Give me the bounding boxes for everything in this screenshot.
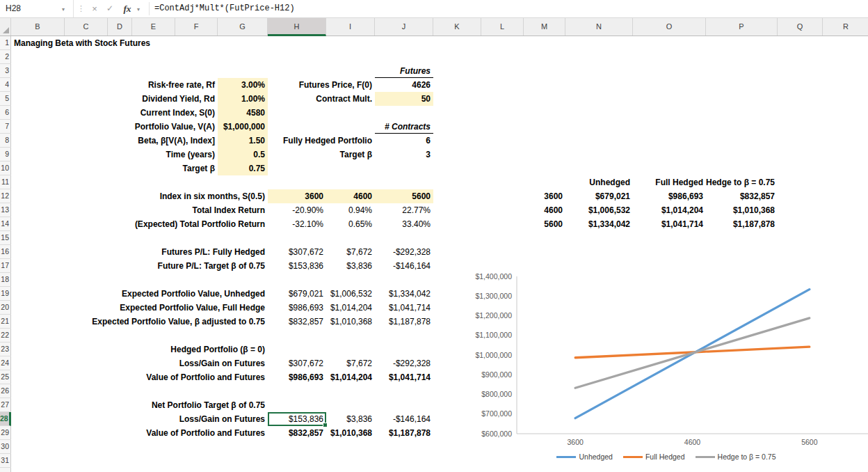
formula-bar-drag-handle-icon[interactable]: ⋮ bbox=[77, 0, 85, 17]
cell-J3[interactable]: Futures bbox=[375, 64, 433, 78]
cell-J21[interactable]: $1,187,878 bbox=[375, 315, 433, 329]
row-header-24[interactable]: 24 bbox=[0, 356, 11, 370]
column-header-P[interactable]: P bbox=[706, 18, 778, 36]
cell-J20[interactable]: $1,041,714 bbox=[375, 301, 433, 315]
column-header-K[interactable]: K bbox=[433, 18, 481, 36]
cell-J9[interactable]: 3 bbox=[375, 148, 433, 162]
cell-P14[interactable]: $1,187,878 bbox=[706, 217, 778, 231]
name-box-dropdown-icon[interactable]: ▾ bbox=[62, 1, 65, 18]
column-header-B[interactable]: B bbox=[11, 18, 65, 36]
row-header-22[interactable]: 22 bbox=[0, 329, 11, 343]
cancel-icon[interactable]: × bbox=[88, 0, 102, 17]
row-header-4[interactable]: 4 bbox=[0, 78, 11, 92]
cell-J17[interactable]: -$146,164 bbox=[375, 259, 433, 273]
cell-G7[interactable]: $1,000,000 bbox=[218, 120, 268, 134]
row-header-21[interactable]: 21 bbox=[0, 315, 11, 329]
cell-G5[interactable]: 1.00% bbox=[218, 92, 268, 106]
cell-B1[interactable]: Managing Beta with Stock Futures bbox=[11, 36, 433, 50]
cell-J14[interactable]: 33.40% bbox=[375, 217, 433, 231]
cell-N13[interactable]: $1,006,532 bbox=[565, 203, 633, 217]
row-header-3[interactable]: 3 bbox=[0, 64, 11, 78]
cell-H9[interactable]: Target β bbox=[268, 148, 375, 162]
cell-O12[interactable]: $986,693 bbox=[633, 189, 706, 203]
cell-H14[interactable]: -32.10% bbox=[268, 217, 326, 231]
cell-H13[interactable]: -20.90% bbox=[268, 203, 326, 217]
function-dropdown-icon[interactable]: ▾ bbox=[137, 1, 140, 18]
cell-J28[interactable]: -$146,164 bbox=[375, 412, 433, 426]
enter-icon[interactable]: ✓ bbox=[103, 0, 117, 17]
cell-B14[interactable]: (Expected) Total Portfolio Return bbox=[11, 217, 268, 231]
cell-I17[interactable]: $3,836 bbox=[326, 259, 375, 273]
cell-P13[interactable]: $1,010,368 bbox=[706, 203, 778, 217]
cell-J13[interactable]: 22.77% bbox=[375, 203, 433, 217]
cell-G8[interactable]: 1.50 bbox=[218, 134, 268, 148]
cell-H29[interactable]: $832,857 bbox=[268, 426, 326, 440]
cell-H4[interactable]: Futures Price, F(0) bbox=[268, 78, 375, 92]
row-header-12[interactable]: 12 bbox=[0, 189, 11, 203]
column-header-C[interactable]: C bbox=[65, 18, 108, 36]
column-header-G[interactable]: G bbox=[218, 18, 268, 36]
cell-G4[interactable]: 3.00% bbox=[218, 78, 268, 92]
row-header-11[interactable]: 11 bbox=[0, 175, 11, 189]
cell-I25[interactable]: $1,014,204 bbox=[326, 370, 375, 384]
row-header-5[interactable]: 5 bbox=[0, 92, 11, 106]
cell-J7[interactable]: # Contracts bbox=[375, 120, 433, 134]
row-header-1[interactable]: 1 bbox=[0, 36, 11, 50]
cell-H20[interactable]: $986,693 bbox=[268, 301, 326, 315]
cell-B29[interactable]: Value of Portfolio and Futures bbox=[11, 426, 268, 440]
column-header-R[interactable]: R bbox=[823, 18, 868, 36]
cell-B16[interactable]: Futures P/L: Fully Hedged bbox=[11, 245, 268, 259]
cell-H21[interactable]: $832,857 bbox=[268, 315, 326, 329]
column-header-M[interactable]: M bbox=[524, 18, 565, 36]
cell-B6[interactable]: Current Index, S(0) bbox=[11, 106, 218, 120]
cell-O13[interactable]: $1,014,204 bbox=[633, 203, 706, 217]
row-header-26[interactable]: 26 bbox=[0, 384, 11, 398]
column-header-L[interactable]: L bbox=[481, 18, 524, 36]
cell-O14[interactable]: $1,041,714 bbox=[633, 217, 706, 231]
row-header-31[interactable]: 31 bbox=[0, 454, 11, 468]
cell-H12[interactable]: 3600 bbox=[268, 189, 326, 203]
cell-H5[interactable]: Contract Mult. bbox=[268, 92, 375, 106]
cell-M12[interactable]: 3600 bbox=[524, 189, 565, 203]
row-header-20[interactable]: 20 bbox=[0, 301, 11, 315]
portfolio-value-chart[interactable]: $600,000$700,000$800,000$900,000$1,000,0… bbox=[465, 267, 868, 472]
cell-G10[interactable]: 0.75 bbox=[218, 162, 268, 175]
cell-B19[interactable]: Expected Portfolio Value, Unhedged bbox=[11, 287, 268, 301]
row-header-28[interactable]: 28 bbox=[0, 412, 11, 426]
name-box[interactable]: H28 ▾ bbox=[0, 0, 74, 17]
column-header-O[interactable]: O bbox=[633, 18, 706, 36]
cell-N14[interactable]: $1,334,042 bbox=[565, 217, 633, 231]
fill-handle[interactable] bbox=[323, 423, 328, 427]
cell-J12[interactable]: 5600 bbox=[375, 189, 433, 203]
cell-B12[interactable]: Index in six months, S(0.5) bbox=[11, 189, 268, 203]
cell-H19[interactable]: $679,021 bbox=[268, 287, 326, 301]
cell-B9[interactable]: Time (years) bbox=[11, 148, 218, 162]
cell-B5[interactable]: Dividend Yield, Rd bbox=[11, 92, 218, 106]
cell-H17[interactable]: $153,836 bbox=[268, 259, 326, 273]
cell-B20[interactable]: Expected Portfolio Value, Full Hedge bbox=[11, 301, 268, 315]
row-header-13[interactable]: 13 bbox=[0, 203, 11, 217]
column-header-Q[interactable]: Q bbox=[778, 18, 823, 36]
row-header-15[interactable]: 15 bbox=[0, 231, 11, 245]
column-header-N[interactable]: N bbox=[565, 18, 633, 36]
row-header-19[interactable]: 19 bbox=[0, 287, 11, 301]
cell-J8[interactable]: 6 bbox=[375, 134, 433, 148]
cell-P11[interactable]: Hedge to β = 0.75 bbox=[706, 175, 778, 189]
column-header-H[interactable]: H bbox=[268, 18, 326, 36]
cell-J19[interactable]: $1,334,042 bbox=[375, 287, 433, 301]
cell-H25[interactable]: $986,693 bbox=[268, 370, 326, 384]
cell-H28[interactable]: $153,836 bbox=[268, 412, 326, 426]
cell-G6[interactable]: 4580 bbox=[218, 106, 268, 120]
cell-M14[interactable]: 5600 bbox=[524, 217, 565, 231]
cell-B23[interactable]: Hedged Portfolio (β = 0) bbox=[11, 343, 268, 356]
row-header-30[interactable]: 30 bbox=[0, 440, 11, 454]
cell-P12[interactable]: $832,857 bbox=[706, 189, 778, 203]
cell-I12[interactable]: 4600 bbox=[326, 189, 375, 203]
row-header-16[interactable]: 16 bbox=[0, 245, 11, 259]
row-header-17[interactable]: 17 bbox=[0, 259, 11, 273]
row-header-27[interactable]: 27 bbox=[0, 398, 11, 412]
cell-J16[interactable]: -$292,328 bbox=[375, 245, 433, 259]
cell-B28[interactable]: Loss/Gain on Futures bbox=[11, 412, 268, 426]
column-header-D[interactable]: D bbox=[108, 18, 132, 36]
column-header-F[interactable]: F bbox=[175, 18, 218, 36]
